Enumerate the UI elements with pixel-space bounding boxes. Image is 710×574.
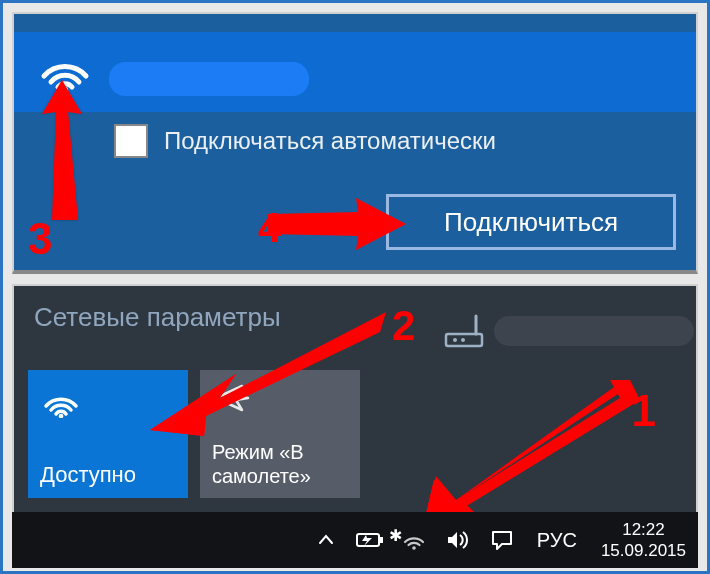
language-indicator[interactable]: РУС	[537, 529, 577, 552]
network-name-redacted	[109, 62, 309, 96]
svg-point-5	[461, 338, 465, 342]
annotation-number-3: 3	[28, 214, 52, 264]
volume-icon[interactable]	[443, 529, 473, 551]
taskbar-date: 15.09.2015	[601, 540, 686, 561]
airplane-tile-label: Режим «В самолете»	[212, 440, 348, 488]
taskbar: ✱ РУС 12:22 15.09.2015	[12, 512, 698, 568]
airplane-mode-tile[interactable]: Режим «В самолете»	[200, 370, 360, 498]
wifi-available-star-icon: ✱	[389, 526, 402, 545]
wifi-flyout-panel: Подключаться автоматически Подключиться …	[12, 12, 698, 274]
wifi-icon	[34, 40, 96, 96]
annotation-number-2: 2	[392, 302, 415, 350]
connect-button[interactable]: Подключиться	[386, 194, 676, 250]
network-tray-icon[interactable]: ✱	[399, 530, 429, 550]
auto-connect-checkbox[interactable]	[114, 124, 148, 158]
router-icon	[442, 312, 486, 354]
taskbar-clock[interactable]: 12:22 15.09.2015	[597, 519, 690, 562]
svg-point-0	[62, 87, 68, 92]
router-name-redacted	[494, 316, 694, 346]
airplane-icon	[212, 380, 348, 420]
svg-point-7	[59, 414, 64, 418]
network-settings-title: Сетевые параметры	[34, 302, 281, 333]
svg-rect-16	[380, 537, 383, 543]
wifi-network-entry[interactable]	[14, 32, 696, 112]
action-center-icon[interactable]	[487, 529, 517, 551]
annotation-number-4: 4	[258, 204, 281, 252]
connect-button-label: Подключиться	[444, 207, 618, 238]
battery-icon[interactable]	[355, 531, 385, 549]
svg-point-17	[412, 546, 416, 550]
auto-connect-label: Подключаться автоматически	[164, 127, 496, 155]
taskbar-time: 12:22	[601, 519, 686, 540]
wifi-tile-label: Доступно	[40, 462, 176, 488]
wifi-icon	[40, 384, 176, 422]
wifi-tile[interactable]: Доступно	[28, 370, 188, 498]
annotation-number-1: 1	[632, 386, 656, 436]
show-hidden-icons[interactable]	[311, 530, 341, 550]
network-settings-panel: Сетевые параметры Доступно	[12, 284, 698, 514]
auto-connect-row[interactable]: Подключаться автоматически	[114, 124, 496, 158]
svg-point-4	[453, 338, 457, 342]
